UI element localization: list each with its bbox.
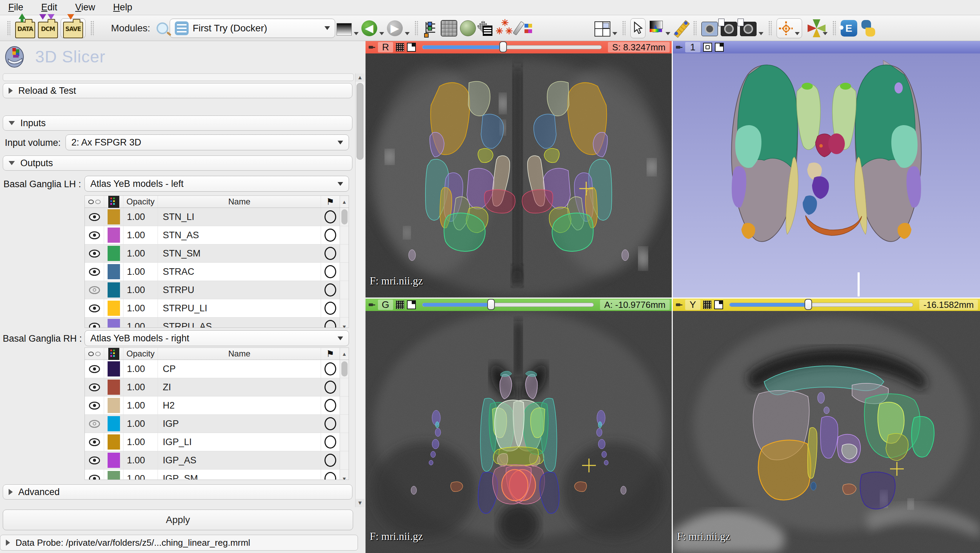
menu-edit[interactable]: Edit: [41, 2, 57, 13]
flag-radio[interactable]: [325, 454, 336, 467]
screenshot-button[interactable]: [702, 19, 718, 38]
visibility-eye-icon[interactable]: [89, 475, 100, 480]
layout-selector-button[interactable]: [595, 19, 617, 38]
threeD-view[interactable]: 1: [673, 41, 980, 297]
table-scrollbar[interactable]: [340, 299, 348, 317]
color-swatch[interactable]: [108, 209, 120, 224]
table-scrollbar-top[interactable]: ▲: [340, 196, 348, 208]
opacity-value[interactable]: 1.00: [123, 245, 158, 262]
window-level-button[interactable]: [337, 19, 359, 38]
visibility-eye-icon[interactable]: [89, 304, 100, 312]
flag-radio[interactable]: [325, 229, 336, 242]
flag-radio[interactable]: [325, 362, 336, 375]
slider-thumb[interactable]: [499, 41, 507, 52]
opacity-value[interactable]: 1.00: [123, 451, 158, 469]
scene-view-button[interactable]: [721, 19, 737, 38]
opacity-value[interactable]: 1.00: [123, 396, 158, 415]
opacity-value[interactable]: 1.00: [123, 299, 158, 317]
annotation-button[interactable]: [515, 19, 531, 38]
section-advanced[interactable]: Advanced: [3, 485, 352, 499]
color-swatch[interactable]: [108, 282, 120, 297]
fiducial-grid-icon[interactable]: [703, 300, 711, 309]
model-name[interactable]: STN_LI: [158, 208, 321, 226]
scroll-down-icon[interactable]: ▼: [356, 499, 364, 507]
visibility-eye-icon[interactable]: [89, 365, 100, 373]
pin-icon[interactable]: [675, 43, 682, 51]
color-swatch[interactable]: [108, 471, 120, 480]
visibility-eye-icon[interactable]: [89, 438, 100, 446]
python-console-button[interactable]: [860, 19, 877, 38]
subject-hierarchy-button[interactable]: [423, 19, 438, 38]
flag-radio[interactable]: [325, 417, 336, 430]
model-name[interactable]: STN_SM: [158, 245, 321, 262]
load-data-button[interactable]: DATA: [15, 19, 35, 38]
green-slice-view[interactable]: G A: -10.9776mm: [366, 299, 672, 553]
section-outputs[interactable]: Outputs: [3, 156, 352, 171]
color-swatch[interactable]: [108, 300, 120, 316]
model-name[interactable]: STRPU_LI: [158, 299, 321, 317]
visibility-eye-icon[interactable]: [89, 323, 100, 328]
table-row[interactable]: 1.00 IGP_LI: [85, 433, 348, 451]
models-button[interactable]: [460, 19, 476, 38]
model-name[interactable]: IGP: [158, 415, 321, 433]
scrollbar-thumb[interactable]: [356, 83, 363, 160]
flag-radio[interactable]: [325, 399, 336, 412]
model-name[interactable]: STRPU: [158, 281, 321, 299]
model-name[interactable]: IGP_SM: [158, 470, 321, 480]
coronal-slice-canvas[interactable]: [366, 311, 672, 553]
crop-volume-button[interactable]: [479, 19, 492, 38]
colors-button[interactable]: [648, 19, 670, 38]
flag-radio[interactable]: [325, 302, 336, 315]
scroll-up-icon[interactable]: ▲: [356, 73, 364, 82]
table-scrollbar[interactable]: [340, 433, 348, 451]
visibility-eye-icon[interactable]: [89, 249, 100, 257]
table-row[interactable]: 1.00 STRPU: [85, 281, 348, 299]
table-scrollbar[interactable]: [340, 263, 348, 281]
collapsed-help-strip[interactable]: [3, 73, 354, 81]
color-swatch[interactable]: [108, 398, 120, 413]
table-scrollbar[interactable]: [340, 378, 348, 396]
table-scrollbar[interactable]: [340, 451, 348, 469]
volume-rendering-button[interactable]: [441, 19, 457, 38]
menu-help[interactable]: Help: [113, 2, 132, 13]
module-search-button[interactable]: [157, 19, 168, 38]
scene-restore-button[interactable]: [740, 19, 764, 38]
table-scrollbar[interactable]: [340, 281, 348, 299]
visibility-eye-icon[interactable]: [89, 456, 100, 464]
opacity-value[interactable]: 1.00: [123, 263, 158, 281]
module-forward-button[interactable]: ▶: [387, 19, 410, 38]
color-swatch[interactable]: [108, 380, 120, 395]
opacity-value[interactable]: 1.00: [123, 415, 158, 433]
table-row[interactable]: 1.00 STRPU_LI: [85, 299, 348, 318]
color-swatch[interactable]: [108, 246, 120, 261]
flag-radio[interactable]: [325, 381, 336, 394]
section-reload-test[interactable]: Reload & Test: [3, 83, 352, 98]
table-scrollbar-bottom[interactable]: ▼: [340, 318, 348, 328]
sagittal-slice-canvas[interactable]: [673, 311, 980, 553]
opacity-value[interactable]: 1.00: [123, 208, 158, 226]
table-scrollbar[interactable]: [340, 226, 348, 244]
table-row[interactable]: 1.00 IGP_AS: [85, 451, 348, 470]
table-row[interactable]: 1.00 ZI: [85, 378, 348, 396]
pin-icon[interactable]: [368, 43, 375, 51]
center-view-icon[interactable]: [703, 43, 712, 52]
data-probe-bar[interactable]: Data Probe: /private/var/folders/z5/...c…: [0, 535, 358, 551]
table-scrollbar[interactable]: [340, 415, 348, 433]
model-name[interactable]: IGP_LI: [158, 433, 321, 451]
lh-model-selector[interactable]: Atlas YeB models - left: [84, 176, 349, 192]
yellow-slice-view[interactable]: Y -16.1582mm: [673, 299, 980, 553]
flag-radio[interactable]: [325, 283, 336, 297]
table-row[interactable]: 1.00 IGP: [85, 415, 348, 433]
table-row[interactable]: 1.00 IGP_SM ▼: [85, 470, 348, 480]
view-layout-icon[interactable]: [407, 300, 416, 309]
flag-radio[interactable]: [325, 435, 336, 448]
color-swatch[interactable]: [108, 264, 120, 279]
opacity-value[interactable]: 1.00: [123, 318, 158, 328]
model-name[interactable]: STN_AS: [158, 226, 321, 244]
visibility-eye-icon[interactable]: [89, 286, 100, 294]
menu-view[interactable]: View: [75, 2, 95, 13]
flag-radio[interactable]: [325, 265, 336, 278]
color-swatch[interactable]: [108, 453, 120, 468]
markups-button[interactable]: ✳✳✳: [495, 19, 512, 38]
table-scrollbar[interactable]: [340, 360, 348, 378]
